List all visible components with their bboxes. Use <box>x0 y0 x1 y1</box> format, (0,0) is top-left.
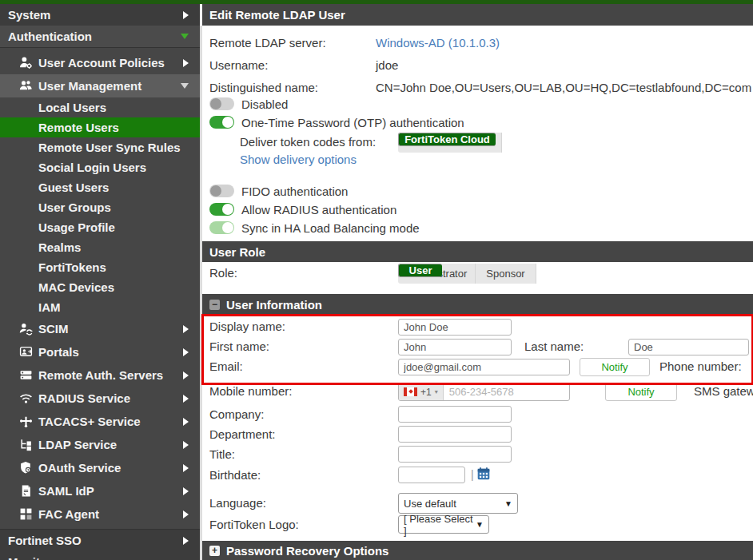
user-information-section-bar[interactable]: − User Information <box>202 294 753 315</box>
role-label: Role: <box>209 266 237 280</box>
sidebar-item-label: RADIUS Service <box>38 391 130 405</box>
toggle-knob <box>222 117 233 128</box>
sidebar-item-system[interactable]: System <box>0 4 200 26</box>
email-input[interactable] <box>398 359 570 375</box>
chevron-down-icon: ▾ <box>435 388 438 395</box>
last-name-input[interactable] <box>628 339 749 355</box>
sidebar-item-label: Remote Users <box>38 121 119 134</box>
mobile-number-label: Mobile number: <box>209 384 292 398</box>
password-recovery-section-bar[interactable]: + Password Recovery Options <box>202 541 753 560</box>
chevron-right-icon <box>183 11 189 19</box>
sidebar-item-label: Local Users <box>38 101 106 114</box>
company-label: Company: <box>209 407 264 421</box>
document-icon <box>19 484 33 498</box>
calendar-icon[interactable] <box>476 467 491 481</box>
sidebar-item-usage-profile[interactable]: Usage Profile <box>0 217 200 237</box>
disabled-toggle[interactable] <box>209 97 234 110</box>
fido-label: FIDO authentication <box>241 185 348 198</box>
sidebar-item-label: IAM <box>38 300 61 314</box>
sidebar-item-remote-auth-servers[interactable]: Remote Auth. Servers <box>0 363 200 387</box>
sidebar-item-label: Remote User Sync Rules <box>38 141 181 154</box>
shield-icon <box>19 461 33 475</box>
sidebar-item-radius-service[interactable]: RADIUS Service <box>0 387 200 410</box>
user-information-header: User Information <box>226 298 322 312</box>
chevron-down-icon: ▼ <box>476 520 484 529</box>
distinguished-name-label: Distinguished name: <box>209 81 318 94</box>
sidebar-item-label: Social Login Users <box>38 161 146 174</box>
country-code-dropdown[interactable]: +1 ▾ <box>399 383 444 400</box>
phone-number-label: Phone number: <box>659 359 742 373</box>
sidebar-item-fac-agent[interactable]: FAC Agent <box>0 502 200 526</box>
sidebar-item-iam[interactable]: IAM <box>0 297 200 317</box>
show-delivery-options-link[interactable]: Show delivery options <box>240 153 357 166</box>
sms-notify-button[interactable]: Notify <box>605 383 677 401</box>
sidebar-item-authentication[interactable]: Authentication <box>0 26 200 47</box>
first-name-input[interactable] <box>398 339 512 355</box>
language-select[interactable]: Use default ▼ <box>398 493 518 514</box>
fido-toggle-row: FIDO authentication <box>209 184 348 198</box>
sidebar-item-user-management[interactable]: User Management <box>0 74 200 97</box>
otp-toggle[interactable] <box>209 116 234 129</box>
grid-icon <box>19 507 33 521</box>
fortitoken-logo-label: FortiToken Logo: <box>209 518 299 531</box>
user-gear-icon <box>19 56 33 70</box>
sidebar-item-saml-idp[interactable]: SAML IdP <box>0 479 200 502</box>
otp-toggle-row: One-Time Password (OTP) authentication <box>209 115 464 129</box>
sidebar-item-fortinet-sso[interactable]: Fortinet SSO <box>0 530 200 551</box>
sidebar-item-portals[interactable]: Portals <box>0 340 200 363</box>
sidebar-item-label: Guest Users <box>38 181 109 194</box>
sidebar-item-ldap-service[interactable]: LDAP Service <box>0 433 200 456</box>
sidebar-nav: SystemAuthenticationUser Account Policie… <box>0 4 200 560</box>
chevron-right-icon <box>183 487 189 495</box>
sidebar-item-oauth-service[interactable]: OAuth Service <box>0 456 200 479</box>
role-sponsor-option[interactable]: Sponsor <box>476 264 536 284</box>
sidebar-item-scim[interactable]: SCIM <box>0 317 200 340</box>
fido-toggle[interactable] <box>209 185 234 197</box>
sidebar-item-monitor[interactable]: Monitor <box>0 551 200 560</box>
sidebar-item-user-groups[interactable]: User Groups <box>0 197 200 217</box>
chevron-right-icon <box>183 325 189 333</box>
sidebar-item-label: Portals <box>38 345 79 359</box>
sidebar-item-guest-users[interactable]: Guest Users <box>0 177 200 197</box>
title-input[interactable] <box>398 446 512 463</box>
sidebar-item-label: FortiTokens <box>38 260 106 274</box>
company-input[interactable] <box>398 406 512 423</box>
sidebar-item-label: Authentication <box>8 30 92 43</box>
sidebar-item-remote-user-sync-rules[interactable]: Remote User Sync Rules <box>0 137 200 157</box>
sidebar-item-remote-users[interactable]: Remote Users <box>0 117 200 137</box>
sidebar-item-mac-devices[interactable]: MAC Devices <box>0 277 200 297</box>
first-name-label: First name: <box>209 340 269 353</box>
email-label: Email: <box>209 359 243 373</box>
radius-toggle[interactable] <box>209 203 234 216</box>
sidebar-item-tacacs-service[interactable]: TACACS+ Service <box>0 410 200 433</box>
display-name-input[interactable] <box>398 319 512 336</box>
collapse-minus-icon[interactable]: − <box>209 300 220 310</box>
sidebar-item-label: TACACS+ Service <box>38 415 141 428</box>
sidebar-item-local-users[interactable]: Local Users <box>0 97 200 117</box>
expand-plus-icon[interactable]: + <box>209 546 220 556</box>
country-code-value: +1 <box>420 387 432 398</box>
chevron-down-icon <box>181 83 189 89</box>
radius-toggle-row: Allow RADIUS authentication <box>209 202 396 216</box>
role-user-option[interactable]: User <box>398 264 442 277</box>
sidebar-item-label: Realms <box>38 240 81 254</box>
sidebar-item-social-login-users[interactable]: Social Login Users <box>0 157 200 177</box>
department-input[interactable] <box>398 426 512 443</box>
email-notify-button[interactable]: Notify <box>580 358 650 376</box>
sidebar-item-label: MAC Devices <box>38 280 114 294</box>
birthdate-input[interactable] <box>398 467 465 483</box>
fortitoken-logo-select[interactable]: [ Please Select ] ▼ <box>398 515 489 534</box>
mobile-number-placeholder: 506-234-5678 <box>444 386 514 398</box>
ha-sync-toggle[interactable] <box>209 221 234 234</box>
sidebar-item-label: SAML IdP <box>38 484 94 498</box>
toggle-knob <box>210 98 221 109</box>
sidebar-item-fortitokens[interactable]: FortiTokens <box>0 257 200 277</box>
chevron-right-icon <box>183 510 189 518</box>
fortitoken-cloud-option[interactable]: FortiToken Cloud <box>398 133 496 146</box>
sidebar-item-label: SCIM <box>38 322 69 336</box>
sidebar-item-realms[interactable]: Realms <box>0 237 200 257</box>
remote-ldap-server-link[interactable]: Windows-AD (10.1.0.3) <box>376 36 500 50</box>
divider: | <box>471 468 474 481</box>
mobile-number-input[interactable]: +1 ▾ 506-234-5678 <box>398 383 570 401</box>
sidebar-item-user-account-policies[interactable]: User Account Policies <box>0 51 200 74</box>
